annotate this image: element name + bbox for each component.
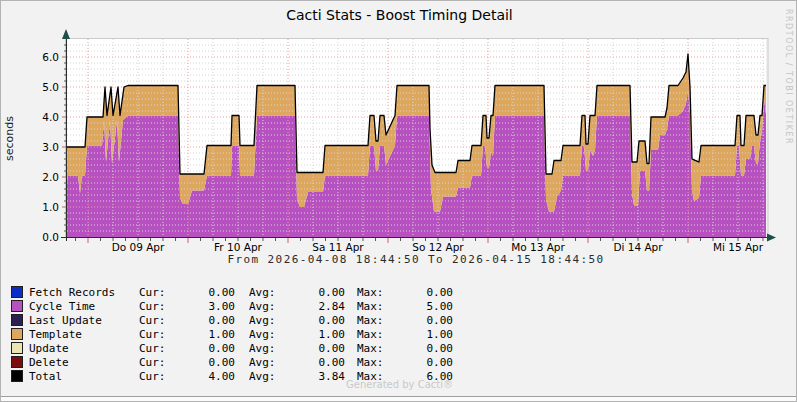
plot-canvas xyxy=(1,1,797,275)
legend-stat-value: 1.00 xyxy=(397,328,453,341)
legend-row: DeleteCur:0.00Avg:0.00Max:0.00 xyxy=(11,355,453,369)
legend-swatch xyxy=(11,300,23,312)
legend-stat-label: Avg: xyxy=(249,356,289,369)
x-day-label: Fr 10 Apr xyxy=(196,241,280,254)
legend-stat-label: Cur: xyxy=(139,300,179,313)
legend-stat-value: 0.00 xyxy=(397,314,453,327)
legend-stat-label: Avg: xyxy=(249,328,289,341)
legend-stat-value: 0.00 xyxy=(179,356,235,369)
x-day-label: Do 09 Apr xyxy=(96,241,180,254)
legend-stat-label: Avg: xyxy=(249,342,289,355)
legend-row: Fetch RecordsCur:0.00Avg:0.00Max:0.00 xyxy=(11,285,453,299)
legend-stat-value: 0.00 xyxy=(397,286,453,299)
y-tick-label: 6.0 xyxy=(15,51,59,64)
legend-stat-value: 0.00 xyxy=(179,342,235,355)
y-tick-label: 4.0 xyxy=(15,111,59,124)
legend-stat-value: 0.00 xyxy=(397,356,453,369)
legend-swatch xyxy=(11,342,23,354)
legend-stat-label: Cur: xyxy=(139,328,179,341)
legend-stat-label: Cur: xyxy=(139,314,179,327)
legend-swatch xyxy=(11,286,23,298)
legend-stat-value: 0.00 xyxy=(289,314,345,327)
legend-swatch xyxy=(11,356,23,368)
legend-series-name: Update xyxy=(29,342,139,355)
legend: Fetch RecordsCur:0.00Avg:0.00Max:0.00Cyc… xyxy=(11,285,453,383)
legend-stat-value: 3.00 xyxy=(179,300,235,313)
legend-row: TemplateCur:1.00Avg:1.00Max:1.00 xyxy=(11,327,453,341)
x-day-label: Sa 11 Apr xyxy=(296,241,380,254)
generated-by-caption: Generated by Cacti® xyxy=(1,379,797,390)
legend-stat-label: Max: xyxy=(357,356,397,369)
legend-series-name: Cycle Time xyxy=(29,300,139,313)
y-axis-arrow xyxy=(62,29,70,39)
legend-stat-label: Cur: xyxy=(139,342,179,355)
y-tick-label: 3.0 xyxy=(15,141,59,154)
legend-stat-label: Max: xyxy=(357,286,397,299)
rrdtool-watermark: RRDTOOL / TOBI OETIKER xyxy=(784,9,793,145)
legend-stat-label: Avg: xyxy=(249,286,289,299)
legend-series-name: Template xyxy=(29,328,139,341)
legend-stat-label: Cur: xyxy=(139,356,179,369)
legend-row: Cycle TimeCur:3.00Avg:2.84Max:5.00 xyxy=(11,299,453,313)
legend-stat-value: 2.84 xyxy=(289,300,345,313)
x-day-label: So 12 Apr xyxy=(396,241,480,254)
legend-row: Last UpdateCur:0.00Avg:0.00Max:0.00 xyxy=(11,313,453,327)
legend-stat-value: 0.00 xyxy=(289,342,345,355)
legend-stat-value: 5.00 xyxy=(397,300,453,313)
legend-stat-label: Cur: xyxy=(139,286,179,299)
legend-stat-value: 0.00 xyxy=(397,342,453,355)
y-tick-label: 1.0 xyxy=(15,201,59,214)
x-day-label: Mo 13 Apr xyxy=(496,241,580,254)
legend-stat-value: 0.00 xyxy=(179,314,235,327)
legend-stat-label: Max: xyxy=(357,314,397,327)
bottom-edge-strip xyxy=(1,396,796,401)
legend-row: UpdateCur:0.00Avg:0.00Max:0.00 xyxy=(11,341,453,355)
x-day-label: Mi 15 Apr xyxy=(696,241,780,254)
time-range-caption: From 2026-04-08 18:44:50 To 2026-04-15 1… xyxy=(66,253,766,266)
legend-stat-value: 0.00 xyxy=(179,286,235,299)
x-day-label: Di 14 Apr xyxy=(596,241,680,254)
legend-stat-label: Avg: xyxy=(249,300,289,313)
legend-swatch xyxy=(11,328,23,340)
legend-stat-value: 0.00 xyxy=(289,356,345,369)
y-tick-label: 2.0 xyxy=(15,171,59,184)
legend-stat-value: 1.00 xyxy=(179,328,235,341)
y-axis-label: seconds xyxy=(3,104,16,174)
y-tick-label: 0.0 xyxy=(15,231,59,244)
legend-swatch xyxy=(11,314,23,326)
legend-series-name: Last Update xyxy=(29,314,139,327)
legend-stat-value: 1.00 xyxy=(289,328,345,341)
legend-series-name: Delete xyxy=(29,356,139,369)
legend-stat-label: Max: xyxy=(357,328,397,341)
rrdtool-graph: Cacti Stats - Boost Timing Detail second… xyxy=(0,0,797,402)
y-tick-label: 5.0 xyxy=(15,81,59,94)
legend-stat-value: 0.00 xyxy=(289,286,345,299)
legend-stat-label: Avg: xyxy=(249,314,289,327)
legend-stat-label: Max: xyxy=(357,342,397,355)
legend-series-name: Fetch Records xyxy=(29,286,139,299)
graph-title: Cacti Stats - Boost Timing Detail xyxy=(1,7,797,23)
legend-stat-label: Max: xyxy=(357,300,397,313)
